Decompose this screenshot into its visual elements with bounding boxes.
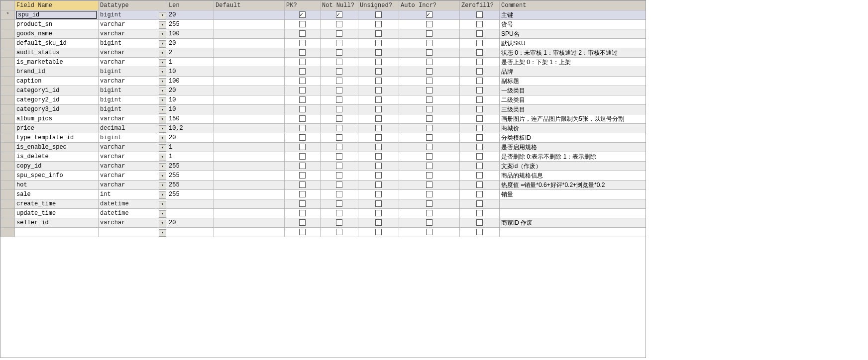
len-cell[interactable]: 1 [167,58,214,67]
default-cell[interactable] [214,190,285,199]
not-null-checkbox[interactable] [336,68,342,75]
field-name-cell[interactable]: caption [15,77,99,86]
table-row[interactable]: saleint▾255销量 [1,190,646,199]
datatype-cell[interactable]: datetime [99,209,158,218]
default-cell[interactable] [214,58,285,67]
row-gutter[interactable] [1,133,15,143]
table-row[interactable]: create_timedatetime▾ [1,199,646,209]
zerofill-checkbox[interactable] [476,96,483,103]
not-null-checkbox[interactable] [336,172,342,179]
comment-cell[interactable]: 是否删除 0:表示不删除 1：表示删除 [500,152,646,162]
auto-incr-checkbox[interactable] [426,40,433,46]
auto-incr-checkbox[interactable] [426,11,433,18]
auto-incr-checkbox[interactable] [426,172,433,179]
datatype-cell[interactable]: varchar [99,143,158,152]
not-null-checkbox[interactable] [336,40,342,46]
table-row[interactable]: captionvarchar▾100副标题 [1,77,646,86]
zerofill-checkbox[interactable] [476,153,483,160]
table-row[interactable]: category1_idbigint▾20一级类目 [1,86,646,95]
field-name-cell[interactable]: seller_id [15,218,99,228]
default-cell[interactable] [214,152,285,162]
row-gutter[interactable] [1,152,15,162]
len-cell[interactable]: 10 [167,95,214,105]
zerofill-checkbox[interactable] [476,229,483,235]
field-name-cell[interactable]: type_template_id [15,133,99,143]
default-cell[interactable] [214,39,285,48]
len-cell[interactable]: 20 [167,10,214,20]
dropdown-icon[interactable]: ▾ [159,201,166,208]
not-null-checkbox[interactable] [336,87,342,93]
not-null-checkbox[interactable] [336,11,342,18]
header-comment[interactable]: Comment [500,1,646,10]
comment-cell[interactable] [500,209,646,218]
dropdown-icon[interactable]: ▾ [159,135,166,142]
table-row[interactable]: update_timedatetime▾ [1,209,646,218]
auto-incr-checkbox[interactable] [426,115,433,122]
field-name-cell[interactable]: is_enable_spec [15,143,99,152]
pk-checkbox[interactable] [299,191,306,197]
len-cell[interactable]: 1 [167,152,214,162]
field-name-input[interactable] [16,11,97,19]
dropdown-icon[interactable]: ▾ [159,125,166,133]
auto-incr-checkbox[interactable] [426,87,433,93]
datatype-cell[interactable]: bigint [99,133,158,143]
not-null-checkbox[interactable] [336,125,342,131]
zerofill-checkbox[interactable] [476,210,483,216]
table-row[interactable]: ▾ [1,228,646,237]
table-row[interactable]: *bigint▾20主键 [1,10,646,20]
auto-incr-checkbox[interactable] [426,210,433,216]
comment-cell[interactable]: 文案id（作废） [500,162,646,171]
pk-checkbox[interactable] [299,210,306,216]
unsigned-checkbox[interactable] [375,191,382,197]
unsigned-checkbox[interactable] [375,181,382,188]
header-datatype[interactable]: Datatype [99,1,167,10]
row-gutter[interactable] [1,114,15,124]
default-cell[interactable] [214,95,285,105]
default-cell[interactable] [214,20,285,29]
row-gutter[interactable] [1,171,15,180]
dropdown-icon[interactable]: ▾ [159,229,166,237]
table-row[interactable]: album_picsvarchar▾150画册图片，连产品图片限制为5张，以逗号… [1,114,646,124]
default-cell[interactable] [214,114,285,124]
datatype-cell[interactable]: bigint [99,39,158,48]
pk-checkbox[interactable] [299,200,306,207]
row-gutter[interactable] [1,86,15,95]
datatype-cell[interactable]: bigint [99,95,158,105]
table-row[interactable]: category3_idbigint▾10三级类目 [1,105,646,114]
dropdown-icon[interactable]: ▾ [159,21,166,29]
comment-cell[interactable]: 一级类目 [500,86,646,95]
dropdown-icon[interactable]: ▾ [159,220,166,227]
table-row[interactable]: goods_namevarchar▾100SPU名 [1,29,646,39]
comment-cell[interactable]: 是否启用规格 [500,143,646,152]
datatype-cell[interactable]: bigint [99,86,158,95]
datatype-cell[interactable]: varchar [99,114,158,124]
unsigned-checkbox[interactable] [375,21,382,27]
zerofill-checkbox[interactable] [476,49,483,56]
zerofill-checkbox[interactable] [476,172,483,179]
zerofill-checkbox[interactable] [476,134,483,141]
zerofill-checkbox[interactable] [476,59,483,65]
table-row[interactable]: is_marketablevarchar▾1是否上架 0：下架 1：上架 [1,58,646,67]
zerofill-checkbox[interactable] [476,163,483,169]
dropdown-icon[interactable]: ▾ [159,12,166,19]
len-cell[interactable]: 1 [167,143,214,152]
dropdown-icon[interactable]: ▾ [159,50,166,57]
len-cell[interactable]: 255 [167,20,214,29]
len-cell[interactable]: 10,2 [167,124,214,133]
not-null-checkbox[interactable] [336,115,342,122]
unsigned-checkbox[interactable] [375,59,382,65]
row-gutter[interactable] [1,29,15,39]
not-null-checkbox[interactable] [336,163,342,169]
comment-cell[interactable]: 商家ID 作废 [500,218,646,228]
pk-checkbox[interactable] [299,181,306,188]
dropdown-icon[interactable]: ▾ [159,173,166,180]
field-name-cell[interactable]: sale [15,190,99,199]
row-gutter[interactable] [1,209,15,218]
header-zerofill[interactable]: Zerofill? [460,1,500,10]
table-row[interactable]: seller_idvarchar▾20商家ID 作废 [1,218,646,228]
field-name-cell[interactable]: spu_spec_info [15,171,99,180]
len-cell[interactable]: 20 [167,86,214,95]
field-name-cell[interactable] [15,228,99,237]
zerofill-checkbox[interactable] [476,11,483,18]
auto-incr-checkbox[interactable] [426,229,433,235]
